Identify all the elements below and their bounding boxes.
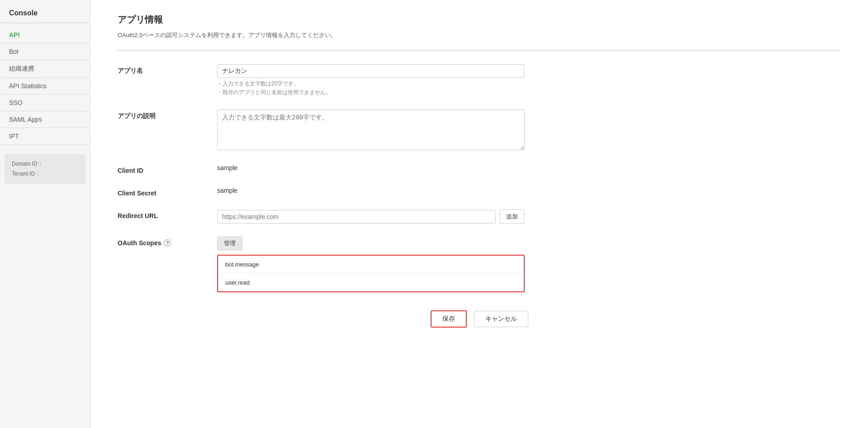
scope-tab-manage[interactable]: 管理 (217, 237, 242, 250)
oauth-scopes-label-wrapper: OAuth Scopes ? (118, 237, 217, 247)
sidebar-title: Console (0, 9, 90, 23)
oauth-scopes-row: OAuth Scopes ? 管理 bot.message user.read (118, 237, 841, 292)
app-name-input[interactable] (217, 64, 525, 78)
app-description-field (217, 109, 525, 152)
main-content: アプリ情報 OAuth2.0ベースの認可システムを利用できます。アプリ情報を入力… (90, 0, 868, 428)
add-redirect-button[interactable]: 追加 (499, 209, 525, 224)
redirect-url-label: Redirect URL (118, 209, 217, 219)
oauth-help-icon[interactable]: ? (164, 239, 171, 247)
page-title: アプリ情報 (118, 14, 841, 26)
client-id-label: Client ID (118, 164, 217, 174)
oauth-scopes-field: 管理 bot.message user.read (217, 237, 525, 292)
cancel-button[interactable]: キャンセル (474, 311, 528, 327)
oauth-label-group: OAuth Scopes ? (118, 239, 217, 247)
client-id-row: Client ID sample (118, 164, 841, 174)
app-name-field: ・入力できる文字数は20字です。 ・既存のアプリと同じ名前は使用できません。 (217, 64, 525, 97)
redirect-url-input[interactable] (217, 210, 496, 224)
app-description-row: アプリの説明 (118, 109, 841, 152)
redirect-url-field: 追加 (217, 209, 525, 224)
scope-list: bot.message user.read (217, 255, 525, 292)
domain-info: Domain ID： Tenant ID： (5, 154, 85, 184)
sidebar-item-api-stats[interactable]: API Statistics (0, 78, 90, 95)
redirect-url-row: Redirect URL 追加 (118, 209, 841, 224)
app-name-row: アプリ名 ・入力できる文字数は20字です。 ・既存のアプリと同じ名前は使用できま… (118, 64, 841, 97)
redirect-url-wrapper: 追加 (217, 209, 525, 224)
client-id-value: sample (217, 162, 237, 171)
action-row: 保存 キャンセル (118, 310, 841, 346)
sidebar-item-org[interactable]: 組織連携 (0, 60, 90, 78)
scope-item-user-read: user.read (218, 274, 524, 291)
client-secret-row: Client Secret sample (118, 187, 841, 197)
app-name-label: アプリ名 (118, 64, 217, 75)
page-description: OAuth2.0ベースの認可システムを利用できます。アプリ情報を入力してください… (118, 31, 841, 39)
sidebar-item-sso[interactable]: SSO (0, 95, 90, 111)
app-description-label: アプリの説明 (118, 109, 217, 120)
app-name-hint: ・入力できる文字数は20字です。 ・既存のアプリと同じ名前は使用できません。 (217, 80, 525, 97)
scope-item-bot-message: bot.message (218, 256, 524, 274)
client-secret-field: sample (217, 187, 525, 194)
section-divider (118, 50, 841, 51)
sidebar-item-bot[interactable]: Bot (0, 43, 90, 60)
sidebar: Console API Bot 組織連携 API Statistics SSO … (0, 0, 90, 428)
client-id-field: sample (217, 164, 525, 171)
client-secret-label: Client Secret (118, 187, 217, 197)
sidebar-item-ipt[interactable]: IPT (0, 128, 90, 145)
sidebar-item-api[interactable]: API (0, 27, 90, 43)
client-secret-value: sample (217, 184, 237, 194)
domain-id-label: Domain ID： (12, 159, 78, 169)
save-button[interactable]: 保存 (431, 310, 467, 328)
sidebar-item-saml-apps[interactable]: SAML Apps (0, 111, 90, 128)
tenant-id-label: Tenant ID： (12, 169, 78, 179)
app-description-textarea[interactable] (217, 109, 525, 150)
